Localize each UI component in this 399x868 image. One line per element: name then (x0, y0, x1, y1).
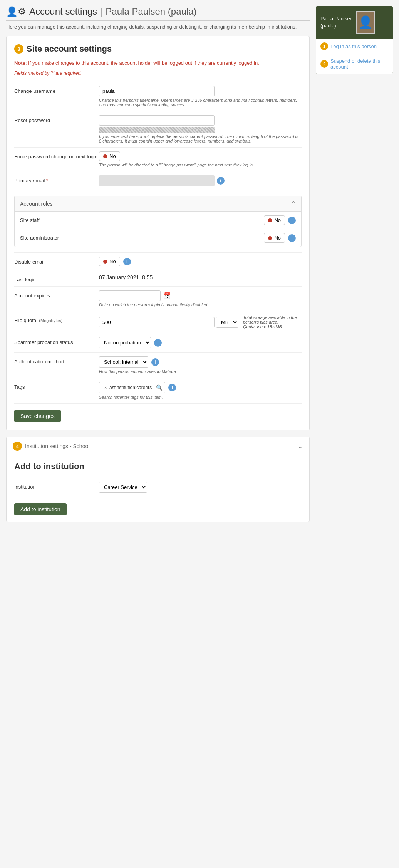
roles-box: Account roles ⌃ Site staff No (14, 196, 302, 247)
page-header: 👤⚙ Account settings | Paula Paulsen (pau… (6, 6, 310, 30)
username-hint: Change this person's username. Usernames… (99, 98, 302, 107)
sidebar: Paula Paulsen (paula) 👤 1 Log in as this… (316, 6, 393, 528)
roles-content: Site staff No i Site ad (15, 212, 301, 247)
sidebar-user-handle: (paula) (320, 22, 353, 29)
site-admin-toggle[interactable]: No (264, 233, 285, 243)
save-changes-button[interactable]: Save changes (14, 410, 61, 422)
username-input[interactable] (99, 86, 215, 96)
site-admin-row: Site administrator No i (15, 229, 301, 247)
note-label: Note (14, 60, 25, 66)
site-account-section: 3 Site account settings Note: If you mak… (6, 36, 310, 430)
quota-input[interactable] (99, 317, 215, 327)
file-quota-unit: (Megabytes) (39, 318, 62, 323)
add-institution-button[interactable]: Add to institution (14, 503, 67, 515)
force-password-value: No (109, 153, 116, 159)
force-password-label: Force password change on next login (14, 151, 99, 159)
roles-chevron-icon: ⌃ (291, 200, 296, 207)
account-roles-row: Account roles ⌃ Site staff No (14, 190, 302, 253)
disable-email-row: Disable email No i (14, 253, 302, 270)
password-hint: If you enter text here, it will replace … (99, 134, 302, 143)
site-staff-row: Site staff No i (15, 212, 301, 229)
tags-info-icon[interactable]: i (168, 384, 176, 391)
force-password-toggle[interactable]: No (99, 151, 120, 161)
force-password-row: Force password change on next login No T… (14, 148, 302, 171)
site-admin-info-icon[interactable]: i (288, 234, 296, 242)
auth-method-select[interactable]: School: internal (99, 356, 148, 368)
institution-settings-section: 4 Institution settings - School ⌄ Add to… (6, 437, 310, 522)
password-row: Reset password If you enter text here, i… (14, 111, 302, 148)
disable-email-toggle[interactable]: No (99, 257, 120, 266)
account-expires-input[interactable] (99, 290, 161, 301)
auth-method-info-icon[interactable]: i (151, 358, 159, 366)
disable-email-dot (103, 260, 107, 264)
section-header: 3 Site account settings (14, 44, 302, 54)
tags-control: × lastinstitution:careers 🔍 i Search for… (99, 382, 302, 400)
sidebar-user: Paula Paulsen (paula) 👤 (316, 6, 393, 39)
note-text: : If you make changes to this account, t… (25, 60, 259, 66)
sidebar-card: Paula Paulsen (paula) 👤 1 Log in as this… (316, 6, 393, 74)
primary-email-control: i (99, 175, 302, 186)
sidebar-login-label[interactable]: Log in as this person (330, 44, 377, 49)
roles-header[interactable]: Account roles ⌃ (15, 196, 301, 212)
account-settings-icon: 👤⚙ (6, 6, 26, 17)
tags-wrap: × lastinstitution:careers 🔍 (99, 382, 165, 393)
site-staff-label: Site staff (20, 217, 39, 223)
quota-unit-select[interactable]: MB GB (216, 317, 238, 328)
calendar-icon[interactable]: 📅 (163, 292, 171, 299)
force-password-hint: The person will be directed to a "Change… (99, 163, 302, 167)
required-star: * (46, 178, 48, 183)
site-account-title: Site account settings (27, 44, 112, 54)
auth-method-hint: How this person authenticates to Mahara (99, 369, 302, 374)
tags-hint: Search for/enter tags for this item. (99, 395, 302, 400)
institution-settings-chevron-icon: ⌄ (297, 442, 303, 450)
spammer-info-icon[interactable]: i (154, 339, 162, 347)
page-title: 👤⚙ Account settings | Paula Paulsen (pau… (6, 6, 310, 21)
roles-header-label: Account roles (20, 201, 53, 207)
site-staff-toggle[interactable]: No (264, 215, 285, 225)
account-roles-control: Account roles ⌃ Site staff No (14, 194, 302, 248)
site-admin-right: No i (264, 233, 296, 243)
tags-search-icon[interactable]: 🔍 (156, 384, 163, 391)
password-input[interactable] (99, 115, 215, 126)
section-number-3: 3 (14, 44, 23, 54)
account-expires-control: 📅 Date on which the person's login is au… (99, 290, 302, 307)
primary-email-row: Primary email * i (14, 171, 302, 190)
save-changes-wrap: Save changes (14, 410, 302, 422)
spammer-label: Spammer probation status (14, 337, 99, 345)
institution-settings-header[interactable]: 4 Institution settings - School ⌄ (7, 437, 309, 455)
sidebar-action-suspend[interactable]: 2 Suspend or delete this account (316, 54, 393, 74)
tags-row: Tags × lastinstitution:careers 🔍 i Searc… (14, 378, 302, 404)
sidebar-name: Paula Paulsen (320, 15, 353, 22)
required-note: Fields marked by '*' are required. (14, 71, 302, 76)
force-password-control: No The person will be directed to a "Cha… (99, 151, 302, 167)
file-quota-control: MB GB Total storage available in the per… (99, 315, 302, 329)
institution-select[interactable]: Career Service (99, 482, 147, 493)
institution-select-row: Institution Career Service (14, 478, 302, 497)
page-description: Here you can manage this account, includ… (6, 24, 310, 30)
site-admin-dot (268, 236, 272, 240)
tag-remove-icon[interactable]: × (104, 385, 107, 390)
section-number-4: 4 (13, 442, 22, 451)
toggle-dot (103, 154, 107, 158)
last-login-control: 07 January 2021, 8:55 (99, 274, 302, 280)
disable-email-control: No i (99, 257, 302, 266)
tags-label: Tags (14, 382, 99, 390)
account-expires-label: Account expires (14, 290, 99, 299)
site-staff-info-icon[interactable]: i (288, 217, 296, 224)
spammer-select[interactable]: Not on probation On probation (99, 337, 151, 348)
page-title-user: Paula Paulsen (paula) (106, 6, 196, 17)
sidebar-action-login[interactable]: 1 Log in as this person (316, 39, 393, 54)
primary-email-label: Primary email * (14, 175, 99, 183)
password-control: If you enter text here, it will replace … (99, 115, 302, 143)
tag-value: lastinstitution:careers (108, 385, 152, 390)
sidebar-actions: 1 Log in as this person 2 Suspend or del… (316, 39, 393, 74)
sidebar-suspend-label[interactable]: Suspend or delete this account (330, 58, 388, 70)
disable-email-value: No (109, 259, 116, 264)
email-info-icon[interactable]: i (217, 177, 225, 185)
add-institution-wrap: Add to institution (14, 503, 302, 515)
sidebar-action-num-2: 2 (320, 60, 328, 68)
disable-email-info-icon[interactable]: i (123, 258, 131, 265)
auth-method-label: Authentication method (14, 356, 99, 364)
site-staff-value: No (274, 217, 281, 223)
sidebar-username: Paula Paulsen (paula) (320, 15, 353, 29)
